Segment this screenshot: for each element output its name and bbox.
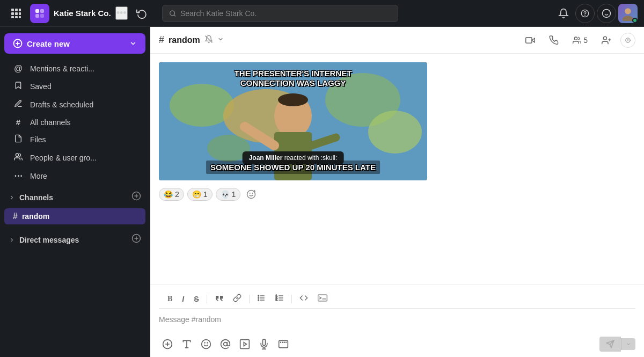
sidebar-item-files-label: Files [30,135,46,144]
channel-dropdown-icon[interactable] [217,36,224,44]
reaction-skull-count: 1 [232,190,236,199]
sidebar-item-mentions[interactable]: @ Mentions & reacti... [4,61,145,77]
reaction-laugh[interactable]: 😂 2 [159,188,184,201]
audio-button[interactable] [255,336,273,353]
top-header: Katie Stark Co. ••• [0,0,644,27]
channels-section-title: Channels [19,193,53,202]
notifications-button[interactable] [554,4,573,23]
format-divider-1 [207,295,207,303]
history-button[interactable] [132,4,151,23]
svg-rect-0 [11,9,14,11]
channel-header-left: # random [159,34,224,46]
messages-area[interactable]: THE PRESENTER'S INTERNET CONNECTION WAS … [150,54,644,285]
ordered-list-button[interactable]: 1.2.3. [271,292,288,306]
svg-point-80 [202,340,211,349]
create-new-button[interactable]: Create new [4,33,145,54]
reaction-grin[interactable]: 😁 1 [187,188,213,201]
emoji-status-button[interactable] [597,4,616,23]
svg-rect-84 [240,340,250,349]
svg-line-14 [174,14,175,16]
svg-point-64 [258,300,259,301]
svg-rect-8 [19,16,21,18]
reaction-grin-count: 1 [203,190,208,199]
mentions-icon: @ [13,64,24,74]
sidebar-item-all-channels[interactable]: # All channels [4,114,145,130]
grid-icon[interactable] [6,4,26,23]
svg-point-62 [258,295,259,296]
reaction-skull-emoji: 💀 [221,190,230,199]
members-button[interactable]: 5 [568,33,592,47]
code-block-button[interactable] [313,292,332,306]
sidebar-item-all-channels-label: All channels [30,118,71,127]
link-button[interactable] [229,292,246,306]
strikethrough-button[interactable]: S [189,293,203,305]
giphy-button[interactable] [236,336,253,353]
drafts-icon [13,99,24,110]
header-icons [554,4,638,23]
add-channel-icon[interactable] [131,191,141,203]
svg-rect-10 [40,9,44,13]
channel-info-button[interactable] [620,33,635,48]
add-member-button[interactable] [597,33,616,48]
svg-rect-4 [15,12,18,15]
inline-code-button[interactable] [295,292,312,306]
message-input-area: B I S [150,285,644,357]
message-input[interactable] [159,312,635,331]
workspace-menu-button[interactable]: ••• [115,6,128,20]
emoji-button[interactable] [197,336,215,353]
search-input[interactable] [180,9,391,18]
bold-button[interactable]: B [163,293,177,305]
sidebar-item-drafts-label: Drafts & scheduled [30,100,93,109]
send-dropdown-button[interactable] [621,338,635,350]
plus-icon [13,39,23,48]
send-button[interactable] [599,337,621,352]
channel-name: random [169,35,200,45]
svg-point-83 [224,343,228,346]
help-button[interactable] [575,4,595,23]
meme-image-container: THE PRESENTER'S INTERNET CONNECTION WAS … [159,62,427,180]
channel-bell-icon[interactable] [204,35,213,46]
sidebar-item-drafts[interactable]: Drafts & scheduled [4,96,145,113]
search-bar [162,5,398,22]
meme-text-top: THE PRESENTER'S INTERNET CONNECTION WAS … [207,69,379,88]
svg-rect-7 [15,16,18,18]
sidebar: Create new @ Mentions & reacti... Saved [0,27,150,357]
sidebar-item-saved-label: Saved [30,82,52,91]
svg-point-25 [16,154,18,156]
svg-text:3.: 3. [275,298,277,301]
sidebar-item-more[interactable]: ⋯ More [4,167,145,184]
mention-button[interactable] [217,336,234,353]
text-format-button[interactable] [178,336,195,353]
all-channels-icon: # [13,118,24,127]
svg-rect-34 [526,37,532,43]
blockquote-button[interactable] [210,292,228,305]
channel-header-right: 5 [521,33,635,48]
italic-button[interactable]: I [178,293,188,305]
reaction-skull[interactable]: 💀 1 [216,188,241,201]
voice-call-button[interactable] [544,33,564,48]
add-dm-icon[interactable] [131,234,141,246]
sidebar-item-people[interactable]: People & user gro... [4,149,145,166]
svg-rect-3 [11,12,14,15]
meme-text-bottom: SOMEONE SHOWED UP 20 MINUTES LATE [206,161,380,174]
attach-button[interactable] [159,336,176,353]
dm-chevron-icon [9,237,15,243]
svg-marker-85 [244,343,246,346]
workspace-name: Katie Stark Co. [54,9,111,18]
dm-section[interactable]: Direct messages [2,229,148,250]
svg-rect-11 [35,14,39,18]
svg-point-20 [625,8,631,14]
shortcut-button[interactable] [275,336,292,353]
avatar[interactable] [618,4,638,23]
add-reaction-button[interactable] [244,187,259,202]
sidebar-item-files[interactable]: Files [4,131,145,148]
workspace-logo [30,4,49,23]
channels-section[interactable]: Channels [2,187,148,208]
svg-point-46 [368,111,422,154]
channel-item-random[interactable]: # random [4,208,145,224]
send-area [599,337,635,352]
video-call-button[interactable] [521,33,540,48]
unordered-list-button[interactable] [253,292,270,306]
sidebar-item-saved[interactable]: Saved [4,78,145,95]
main-area: Create new @ Mentions & reacti... Saved [0,27,644,357]
